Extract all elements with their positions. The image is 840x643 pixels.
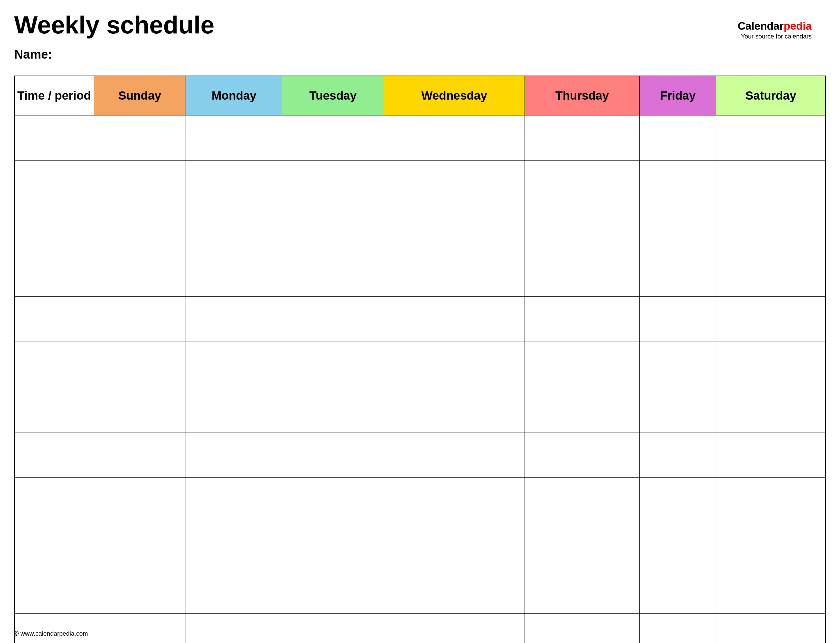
schedule-cell[interactable] (384, 568, 524, 614)
schedule-cell[interactable] (716, 568, 825, 614)
schedule-cell[interactable] (640, 432, 716, 478)
schedule-cell[interactable] (525, 161, 640, 206)
schedule-cell[interactable] (94, 432, 186, 478)
schedule-cell[interactable] (384, 251, 524, 297)
schedule-cell[interactable] (94, 206, 186, 251)
schedule-cell[interactable] (186, 206, 282, 251)
time-cell[interactable] (15, 523, 94, 568)
schedule-cell[interactable] (282, 387, 384, 432)
schedule-cell[interactable] (282, 206, 384, 251)
schedule-cell[interactable] (640, 478, 716, 523)
schedule-cell[interactable] (525, 297, 640, 342)
schedule-cell[interactable] (282, 614, 384, 643)
schedule-cell[interactable] (384, 161, 524, 206)
schedule-cell[interactable] (716, 116, 825, 161)
schedule-cell[interactable] (94, 614, 186, 643)
schedule-cell[interactable] (94, 251, 186, 297)
schedule-cell[interactable] (525, 432, 640, 478)
schedule-cell[interactable] (186, 297, 282, 342)
schedule-cell[interactable] (186, 568, 282, 614)
col-header-wednesday: Wednesday (384, 76, 524, 116)
time-cell[interactable] (15, 206, 94, 251)
time-cell[interactable] (15, 161, 94, 206)
time-cell[interactable] (15, 116, 94, 161)
schedule-cell[interactable] (94, 478, 186, 523)
schedule-cell[interactable] (525, 523, 640, 568)
schedule-cell[interactable] (186, 614, 282, 643)
schedule-cell[interactable] (94, 387, 186, 432)
schedule-cell[interactable] (94, 568, 186, 614)
schedule-cell[interactable] (640, 251, 716, 297)
time-cell[interactable] (15, 342, 94, 387)
schedule-cell[interactable] (186, 251, 282, 297)
schedule-cell[interactable] (716, 206, 825, 251)
schedule-cell[interactable] (384, 342, 524, 387)
schedule-cell[interactable] (640, 206, 716, 251)
schedule-cell[interactable] (716, 432, 825, 478)
schedule-cell[interactable] (384, 478, 524, 523)
schedule-cell[interactable] (186, 387, 282, 432)
schedule-cell[interactable] (640, 116, 716, 161)
schedule-cell[interactable] (640, 161, 716, 206)
schedule-cell[interactable] (525, 251, 640, 297)
schedule-cell[interactable] (640, 568, 716, 614)
schedule-cell[interactable] (186, 342, 282, 387)
time-cell[interactable] (15, 387, 94, 432)
schedule-cell[interactable] (640, 523, 716, 568)
schedule-cell[interactable] (186, 478, 282, 523)
time-cell[interactable] (15, 251, 94, 297)
schedule-cell[interactable] (384, 387, 524, 432)
schedule-cell[interactable] (716, 342, 825, 387)
schedule-cell[interactable] (186, 432, 282, 478)
table-row (15, 523, 825, 568)
schedule-cell[interactable] (525, 116, 640, 161)
schedule-cell[interactable] (716, 523, 825, 568)
schedule-cell[interactable] (525, 614, 640, 643)
schedule-cell[interactable] (282, 432, 384, 478)
schedule-cell[interactable] (384, 116, 524, 161)
schedule-cell[interactable] (640, 387, 716, 432)
schedule-cell[interactable] (716, 387, 825, 432)
schedule-cell[interactable] (282, 342, 384, 387)
schedule-cell[interactable] (716, 614, 825, 643)
schedule-cell[interactable] (186, 116, 282, 161)
time-cell[interactable] (15, 614, 94, 643)
time-cell[interactable] (15, 568, 94, 614)
schedule-cell[interactable] (525, 568, 640, 614)
col-header-saturday: Saturday (716, 76, 825, 116)
schedule-cell[interactable] (282, 478, 384, 523)
schedule-cell[interactable] (525, 206, 640, 251)
schedule-cell[interactable] (384, 523, 524, 568)
time-cell[interactable] (15, 432, 94, 478)
schedule-cell[interactable] (94, 161, 186, 206)
schedule-cell[interactable] (640, 297, 716, 342)
schedule-cell[interactable] (640, 342, 716, 387)
schedule-cell[interactable] (282, 116, 384, 161)
schedule-cell[interactable] (94, 297, 186, 342)
schedule-cell[interactable] (282, 161, 384, 206)
schedule-cell[interactable] (716, 251, 825, 297)
table-row (15, 251, 825, 297)
time-cell[interactable] (15, 478, 94, 523)
schedule-cell[interactable] (94, 523, 186, 568)
schedule-cell[interactable] (716, 161, 825, 206)
schedule-cell[interactable] (384, 297, 524, 342)
schedule-cell[interactable] (282, 297, 384, 342)
schedule-cell[interactable] (282, 251, 384, 297)
schedule-cell[interactable] (94, 342, 186, 387)
schedule-cell[interactable] (186, 523, 282, 568)
schedule-cell[interactable] (282, 523, 384, 568)
schedule-cell[interactable] (525, 342, 640, 387)
schedule-cell[interactable] (384, 206, 524, 251)
schedule-cell[interactable] (525, 387, 640, 432)
schedule-cell[interactable] (186, 161, 282, 206)
schedule-cell[interactable] (94, 116, 186, 161)
schedule-cell[interactable] (384, 432, 524, 478)
schedule-cell[interactable] (384, 614, 524, 643)
schedule-cell[interactable] (640, 614, 716, 643)
schedule-cell[interactable] (716, 478, 825, 523)
schedule-cell[interactable] (525, 478, 640, 523)
schedule-cell[interactable] (282, 568, 384, 614)
schedule-cell[interactable] (716, 297, 825, 342)
time-cell[interactable] (15, 297, 94, 342)
